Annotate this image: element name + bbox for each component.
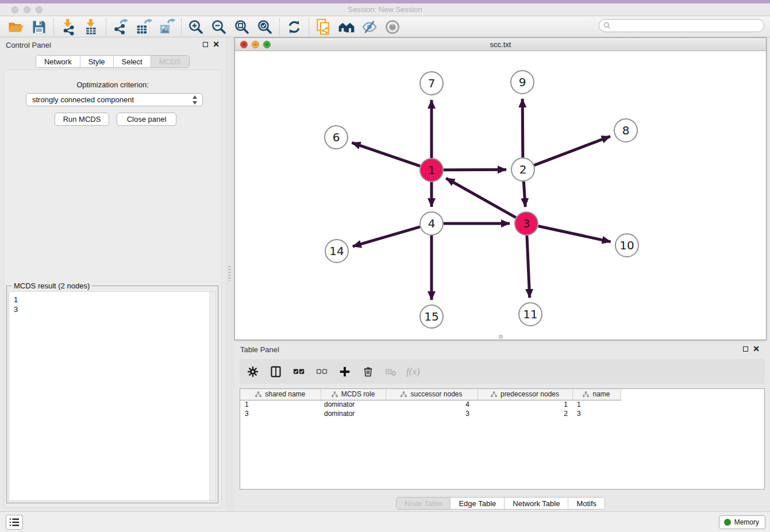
network-window-titlebar[interactable]: ✕ − + scc.txt	[235, 38, 766, 51]
graph-edge-2-9[interactable]	[522, 99, 523, 157]
tab-edge-table[interactable]: Edge Table	[450, 498, 504, 509]
graph-node-3[interactable]: 3	[514, 211, 538, 236]
column-type-icon	[332, 391, 338, 398]
table-cell[interactable]: dominator	[321, 409, 386, 418]
open-session-button[interactable]	[5, 17, 28, 37]
zoom-out-button[interactable]	[207, 17, 230, 37]
graph-node-8[interactable]: 8	[614, 118, 638, 142]
table-cell[interactable]: 1	[572, 400, 621, 409]
canvas-resize-grip[interactable]	[499, 335, 503, 338]
graph-node-15[interactable]: 15	[419, 304, 444, 329]
table-float-icon[interactable]	[743, 346, 748, 352]
graph-node-7[interactable]: 7	[419, 71, 444, 95]
column-header-successor-nodes[interactable]: successor nodes	[386, 389, 478, 400]
import-network-button[interactable]	[57, 17, 80, 37]
tab-node-table[interactable]: Node Table	[396, 498, 451, 509]
graph-edge-3-11[interactable]	[527, 236, 530, 298]
graph-node-6[interactable]: 6	[324, 125, 348, 149]
run-mcds-button[interactable]: Run MCDS	[55, 113, 109, 126]
delete-table-button[interactable]	[383, 364, 398, 379]
table-cell[interactable]: 3	[386, 409, 478, 418]
mcds-result-lines: 13	[9, 292, 215, 314]
column-header-predecessor-nodes[interactable]: predecessor nodes	[478, 389, 572, 400]
delete-column-button[interactable]	[360, 364, 375, 379]
search-input[interactable]	[613, 22, 764, 30]
zoom-in-button[interactable]	[184, 17, 207, 37]
table-cell[interactable]: dominator	[321, 400, 386, 409]
export-network-icon	[112, 18, 129, 36]
graph-edge-3-10[interactable]	[538, 226, 611, 241]
memory-label: Memory	[734, 518, 759, 526]
function-builder-button[interactable]: f(x)	[406, 364, 420, 379]
column-header-name[interactable]: name	[572, 389, 621, 400]
refresh-view-button[interactable]	[283, 17, 306, 37]
show-all-button[interactable]	[381, 17, 404, 37]
float-panel-icon[interactable]	[203, 42, 208, 47]
graph-edge-3-1[interactable]	[446, 178, 515, 217]
table-cell[interactable]: 3	[572, 409, 621, 418]
toolbar-search-field[interactable]	[599, 19, 764, 32]
table-row[interactable]: 3dominator323	[240, 409, 764, 418]
network-canvas[interactable]: 7968124314101511	[235, 51, 766, 340]
graph-node-2[interactable]: 2	[511, 157, 535, 182]
tab-motifs[interactable]: Motifs	[568, 498, 605, 509]
column-header-shared-name[interactable]: shared name	[240, 389, 321, 400]
graph-node-10[interactable]: 10	[615, 233, 639, 257]
column-header-MCDS-role[interactable]: MCDS role	[321, 389, 386, 400]
mcds-result-line: 1	[14, 295, 215, 304]
tab-mcds[interactable]: MCDS	[151, 56, 189, 67]
graph-node-14[interactable]: 14	[325, 239, 349, 263]
table-cell[interactable]: 2	[478, 409, 572, 418]
graph-node-1[interactable]: 1	[419, 158, 444, 182]
list-icon	[9, 518, 20, 527]
export-table-button[interactable]	[132, 17, 155, 37]
table-cell[interactable]: 4	[386, 400, 478, 409]
column-header-label: successor nodes	[410, 390, 462, 398]
table-cell[interactable]: 3	[240, 409, 321, 418]
table-cell[interactable]: 1	[240, 400, 321, 409]
export-image-button[interactable]	[155, 17, 178, 37]
home-layout-button[interactable]	[335, 17, 358, 37]
tab-select[interactable]: Select	[113, 56, 151, 67]
graph-edge-2-3[interactable]	[523, 182, 525, 207]
column-browser-button[interactable]	[268, 364, 283, 379]
panel-splitter[interactable]	[225, 37, 234, 510]
task-history-button[interactable]	[6, 515, 23, 530]
column-type-icon	[401, 391, 407, 398]
graph-node-11[interactable]: 11	[518, 302, 542, 326]
memory-button[interactable]: Memory	[719, 515, 765, 529]
table-cell[interactable]: 1	[478, 400, 572, 409]
column-header-label: MCDS role	[341, 390, 375, 398]
result-scrollbar[interactable]	[209, 292, 215, 500]
close-panel-button[interactable]: Close panel	[117, 113, 176, 126]
deselect-all-icon	[315, 365, 328, 378]
save-session-button[interactable]	[28, 17, 51, 37]
main-toolbar	[0, 17, 770, 37]
close-panel-icon[interactable]: ✕	[213, 40, 220, 49]
column-type-icon	[255, 391, 261, 398]
graph-edge-2-8[interactable]	[534, 136, 610, 165]
status-bar: Memory	[0, 511, 770, 532]
graph-node-4[interactable]: 4	[419, 211, 444, 236]
table-row[interactable]: 1dominator411	[240, 400, 764, 409]
select-all-rows-button[interactable]	[291, 364, 306, 379]
tab-style[interactable]: Style	[80, 56, 113, 67]
table-close-icon[interactable]: ✕	[753, 344, 760, 353]
graph-edge-4-14[interactable]	[353, 227, 420, 246]
hide-selected-button[interactable]	[358, 17, 381, 37]
graph-node-9[interactable]: 9	[510, 70, 534, 94]
deselect-all-rows-button[interactable]	[314, 364, 329, 379]
zoom-fit-button[interactable]	[230, 17, 253, 37]
apply-style-button[interactable]	[312, 17, 335, 37]
mcds-result-box[interactable]: 13	[9, 291, 216, 501]
criterion-select[interactable]: strongly connected component	[26, 93, 203, 106]
table-settings-button[interactable]	[245, 364, 260, 379]
tab-network-table[interactable]: Network Table	[504, 498, 568, 509]
tab-network[interactable]: Network	[36, 56, 80, 67]
add-column-button[interactable]	[337, 364, 352, 379]
import-table-button[interactable]	[80, 17, 103, 37]
graph-edge-1-6[interactable]	[352, 142, 420, 166]
graph-edge-1-2[interactable]	[444, 169, 506, 170]
zoom-selected-button[interactable]	[253, 17, 276, 37]
export-network-button[interactable]	[109, 17, 132, 37]
